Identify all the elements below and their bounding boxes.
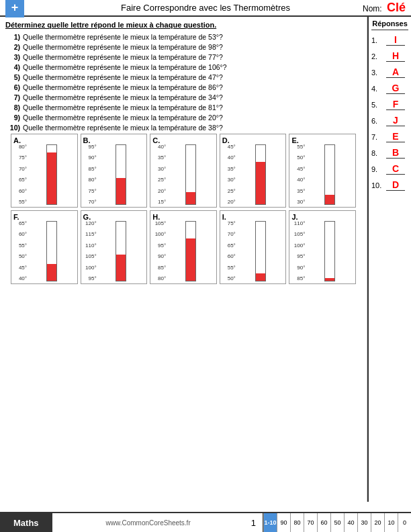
- score-cell: 10: [384, 513, 398, 532]
- thermometer: E.55°50°45°40°35°30°: [289, 134, 356, 208]
- thermo-body: 80°75°70°65°60°55°: [13, 144, 75, 205]
- thermo-fill: [256, 273, 265, 281]
- answer-row: 8. B: [371, 147, 408, 159]
- thermo-scale: 110°105°100°95°90°85°: [291, 221, 306, 281]
- answer-num: 2.: [371, 52, 386, 60]
- answer-value: J: [386, 115, 405, 126]
- answer-value: F: [386, 99, 405, 110]
- thermo-tube: [255, 144, 266, 205]
- thermo-label: I.: [222, 213, 226, 221]
- score-cell: 80: [290, 513, 304, 532]
- answer-value: E: [386, 131, 405, 142]
- thermo-scale: 105°100°95°90°85°80°: [152, 221, 167, 281]
- question-num: 2): [5, 43, 20, 51]
- thermo-fill: [116, 255, 126, 281]
- question-num: 1): [5, 33, 20, 41]
- answer-row: 5. F: [371, 99, 408, 110]
- answer-num: 4.: [371, 85, 386, 93]
- thermometer: B.95°90°85°80°75°70°: [81, 134, 148, 208]
- thermo-tube-area: [167, 144, 214, 205]
- question-item: 8) Quelle thermomètre représente le mieu…: [5, 103, 361, 112]
- thermo-body: 105°100°95°90°85°80°: [152, 221, 214, 281]
- thermometer: F.65°60°55°50°45°40°: [11, 210, 78, 284]
- answers-list: 1. I2. H3. A4. G5. F6. J7. E8. B9.: [371, 34, 408, 191]
- question-num: 8): [5, 103, 20, 112]
- footer-page: 1: [244, 518, 263, 528]
- header: + Faire Correspondre avec les Thermomètr…: [0, 0, 411, 17]
- thermo-fill: [325, 195, 334, 204]
- thermo-fill: [256, 162, 265, 204]
- question-text: Quelle thermomètre représente le mieux l…: [23, 63, 361, 71]
- thermo-body: 75°70°65°60°55°50°: [222, 221, 284, 281]
- question-num: 6): [5, 83, 20, 91]
- answer-row: 10. D: [371, 179, 408, 191]
- answer-row: 7. E: [371, 131, 408, 142]
- footer-url: www.CommonCoreSheets.fr: [52, 519, 244, 527]
- nom-area: Nom: Clé: [363, 1, 406, 15]
- thermo-tube-area: [306, 221, 353, 281]
- footer: Maths www.CommonCoreSheets.fr 1 1-109080…: [0, 512, 411, 532]
- thermo-scale: 45°40°35°30°25°20°: [222, 144, 237, 205]
- thermo-tube-area: [167, 221, 214, 281]
- question-item: 5) Quelle thermomètre représente le mieu…: [5, 73, 361, 81]
- answer-value: H: [386, 50, 405, 62]
- thermo-tube-area: [237, 221, 284, 281]
- score-cell: 1-10: [263, 513, 277, 532]
- thermometer: J.110°105°100°95°90°85°: [289, 210, 356, 284]
- answer-num: 5.: [371, 101, 386, 109]
- question-item: 7) Quelle thermomètre représente le mieu…: [5, 93, 361, 101]
- answer-row: 4. G: [371, 83, 408, 94]
- logo: +: [5, 0, 24, 17]
- thermo-scale: 65°60°55°50°45°40°: [13, 221, 28, 281]
- thermo-tube: [324, 221, 335, 281]
- thermometer: I.75°70°65°60°55°50°: [220, 210, 287, 284]
- thermo-tube: [255, 221, 266, 281]
- question-text: Quelle thermomètre représente le mieux l…: [23, 103, 361, 112]
- answer-row: 9. C: [371, 163, 408, 175]
- questions-area: Déterminez quelle lettre répond le mieux…: [0, 17, 367, 502]
- thermo-tube: [116, 221, 126, 281]
- question-item: 10) Quelle thermomètre représente le mie…: [5, 124, 361, 132]
- thermo-fill: [186, 238, 195, 281]
- footer-scores: 1-109080706050403020100: [263, 513, 411, 532]
- question-text: Quelle thermomètre représente le mieux l…: [23, 53, 361, 61]
- question-text: Quelle thermomètre représente le mieux l…: [23, 43, 361, 51]
- thermo-scale: 40°35°30°25°20°15°: [152, 144, 167, 205]
- thermo-tube-area: [28, 144, 75, 205]
- instructions: Déterminez quelle lettre répond le mieux…: [5, 21, 361, 29]
- thermometer: A.80°75°70°65°60°55°: [11, 134, 78, 208]
- score-cell: 0: [398, 513, 411, 532]
- answers-panel: Réponses 1. I2. H3. A4. G5. F6. J7. E8. …: [367, 17, 411, 502]
- thermo-tube-area: [98, 221, 145, 281]
- thermo-fill: [47, 264, 56, 281]
- answer-num: 8.: [371, 149, 386, 157]
- answer-row: 6. J: [371, 115, 408, 126]
- thermo-body: 55°50°45°40°35°30°: [291, 144, 353, 205]
- question-num: 5): [5, 73, 20, 81]
- thermo-tube-area: [98, 144, 145, 205]
- thermo-scale: 120°115°110°105°100°95°: [83, 221, 98, 281]
- score-cell: 20: [371, 513, 384, 532]
- answer-num: 10.: [371, 181, 386, 189]
- answer-value: B: [386, 147, 405, 159]
- answer-num: 7.: [371, 133, 386, 141]
- thermo-tube: [185, 221, 196, 281]
- questions-list: 1) Quelle thermomètre représente le mieu…: [5, 33, 361, 132]
- question-text: Quelle thermomètre représente le mieux l…: [23, 114, 361, 122]
- answer-value: A: [386, 66, 405, 78]
- answer-num: 1.: [371, 36, 386, 44]
- thermo-tube: [185, 144, 196, 205]
- score-cell: 70: [304, 513, 317, 532]
- answer-value: C: [386, 163, 405, 175]
- cle-value: Clé: [387, 1, 406, 14]
- thermo-body: 40°35°30°25°20°15°: [152, 144, 214, 205]
- answer-value: G: [386, 83, 405, 94]
- thermo-tube-area: [237, 144, 284, 205]
- thermo-fill: [47, 152, 56, 204]
- question-num: 10): [5, 124, 20, 132]
- footer-subject: Maths: [0, 513, 52, 532]
- thermo-body: 95°90°85°80°75°70°: [83, 144, 145, 205]
- thermo-scale: 95°90°85°80°75°70°: [83, 144, 98, 205]
- thermo-fill: [186, 192, 195, 204]
- question-text: Quelle thermomètre représente le mieux l…: [23, 124, 361, 132]
